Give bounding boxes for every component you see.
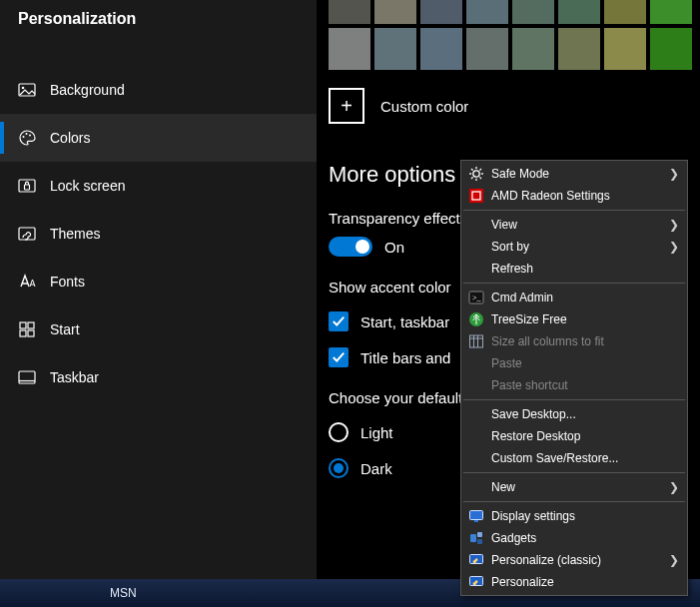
- svg-rect-28: [470, 335, 483, 347]
- ctx-paste: Paste: [461, 352, 687, 374]
- checkmark-icon: [329, 347, 349, 367]
- gadgets-icon: [467, 530, 485, 546]
- taskbar-app-msn[interactable]: MSN: [110, 586, 137, 600]
- chevron-right-icon: ❯: [669, 480, 679, 494]
- settings-sidebar: Personalization BackgroundColorsLock scr…: [0, 0, 317, 579]
- color-swatch[interactable]: [420, 28, 462, 70]
- start-icon: [18, 320, 36, 338]
- palette-icon: [18, 129, 36, 147]
- color-swatch[interactable]: [420, 0, 462, 24]
- svg-rect-10: [20, 330, 26, 336]
- ctx-view[interactable]: View❯: [461, 214, 687, 236]
- color-swatch[interactable]: [604, 28, 646, 70]
- ctx-safe-mode[interactable]: Safe Mode❯: [461, 163, 687, 185]
- sidebar-item-label: Themes: [50, 226, 101, 242]
- color-swatches: [329, 0, 692, 70]
- sidebar-item-label: Colors: [50, 130, 90, 146]
- color-swatch[interactable]: [374, 28, 416, 70]
- svg-text:>_: >_: [472, 294, 482, 303]
- ctx-item-label: Gadgets: [491, 531, 679, 545]
- taskbar-icon: [18, 368, 36, 386]
- ctx-cmd-admin[interactable]: >_Cmd Admin: [461, 287, 687, 308]
- sidebar-item-lock-screen[interactable]: Lock screen: [0, 162, 317, 210]
- plus-icon: +: [329, 88, 364, 124]
- chevron-right-icon: ❯: [669, 553, 679, 567]
- ctx-item-label: TreeSize Free: [491, 312, 679, 326]
- svg-rect-35: [477, 532, 482, 537]
- ctx-gadgets[interactable]: Gadgets: [461, 527, 687, 549]
- radio-icon: [329, 422, 349, 442]
- ctx-item-label: Personalize: [491, 575, 679, 589]
- ctx-sort-by[interactable]: Sort by❯: [461, 236, 687, 258]
- svg-line-22: [479, 169, 481, 171]
- sidebar-header: Personalization: [0, 0, 317, 42]
- color-swatch[interactable]: [604, 0, 646, 24]
- svg-line-21: [471, 177, 473, 179]
- custom-color-button[interactable]: + Custom color: [329, 88, 692, 124]
- svg-rect-8: [20, 322, 26, 328]
- ctx-personalize[interactable]: Personalize: [461, 571, 687, 593]
- personalize-icon: [467, 552, 485, 568]
- sidebar-nav: BackgroundColorsLock screenThemesFontsSt…: [0, 66, 317, 401]
- ctx-personalize-classic[interactable]: Personalize (classic)❯: [461, 549, 687, 571]
- color-swatch[interactable]: [466, 28, 508, 70]
- color-swatch[interactable]: [650, 28, 692, 70]
- radio-icon: [329, 458, 349, 478]
- transparency-state: On: [384, 239, 404, 256]
- color-swatch[interactable]: [374, 0, 416, 24]
- ctx-item-label: Personalize (classic): [491, 553, 669, 567]
- color-swatch[interactable]: [512, 0, 554, 24]
- color-swatch[interactable]: [466, 0, 508, 24]
- ctx-save-desktop[interactable]: Save Desktop...: [461, 403, 687, 425]
- svg-point-14: [473, 171, 479, 177]
- color-swatch[interactable]: [650, 0, 692, 24]
- color-swatch[interactable]: [558, 0, 600, 24]
- ctx-display-settings[interactable]: Display settings: [461, 505, 687, 527]
- color-swatch[interactable]: [329, 28, 370, 70]
- sidebar-item-colors[interactable]: Colors: [0, 114, 317, 162]
- sidebar-item-start[interactable]: Start: [0, 305, 317, 353]
- ctx-treesize-free[interactable]: TreeSize Free: [461, 308, 687, 330]
- ctx-custom-save-restore[interactable]: Custom Save/Restore...: [461, 447, 687, 469]
- ctx-item-label: New: [491, 480, 669, 494]
- checkmark-icon: [329, 311, 349, 331]
- svg-rect-12: [19, 371, 35, 383]
- sidebar-item-fonts[interactable]: Fonts: [0, 258, 317, 305]
- svg-rect-6: [25, 185, 30, 190]
- ctx-item-label: Size all columns to fit: [491, 334, 679, 348]
- ctx-refresh[interactable]: Refresh: [461, 258, 687, 280]
- chevron-right-icon: ❯: [669, 167, 679, 181]
- ctx-item-label: Paste shortcut: [491, 378, 679, 392]
- ctx-item-label: Custom Save/Restore...: [491, 451, 679, 465]
- svg-rect-36: [477, 539, 482, 544]
- sidebar-item-themes[interactable]: Themes: [0, 210, 317, 258]
- svg-point-1: [22, 87, 25, 90]
- ctx-size-all-columns-to-fit: Size all columns to fit: [461, 330, 687, 352]
- display-icon: [467, 508, 485, 524]
- ctx-item-label: Paste: [491, 356, 679, 370]
- ctx-item-label: Refresh: [491, 262, 679, 276]
- ctx-item-label: Save Desktop...: [491, 407, 679, 421]
- color-swatch[interactable]: [329, 0, 370, 24]
- sidebar-item-label: Fonts: [50, 274, 85, 290]
- ctx-item-label: Safe Mode: [491, 167, 669, 181]
- treesize-icon: [467, 311, 485, 327]
- sidebar-item-background[interactable]: Background: [0, 66, 317, 114]
- svg-rect-9: [28, 322, 34, 328]
- svg-point-3: [26, 133, 28, 135]
- font-icon: [18, 273, 36, 291]
- color-swatch[interactable]: [558, 28, 600, 70]
- svg-rect-32: [470, 511, 483, 520]
- svg-rect-11: [28, 330, 34, 336]
- svg-rect-34: [470, 534, 476, 542]
- ctx-amd-radeon-settings[interactable]: AMD Radeon Settings: [461, 185, 687, 207]
- desktop-context-menu: Safe Mode❯AMD Radeon SettingsView❯Sort b…: [460, 160, 688, 596]
- ctx-item-label: Display settings: [491, 509, 679, 523]
- personalize-icon: [467, 574, 485, 590]
- ctx-new[interactable]: New❯: [461, 476, 687, 498]
- transparency-toggle[interactable]: [329, 237, 372, 257]
- color-swatch[interactable]: [512, 28, 554, 70]
- sidebar-item-label: Start: [50, 321, 80, 337]
- sidebar-item-taskbar[interactable]: Taskbar: [0, 353, 317, 401]
- ctx-restore-desktop[interactable]: Restore Desktop: [461, 425, 687, 447]
